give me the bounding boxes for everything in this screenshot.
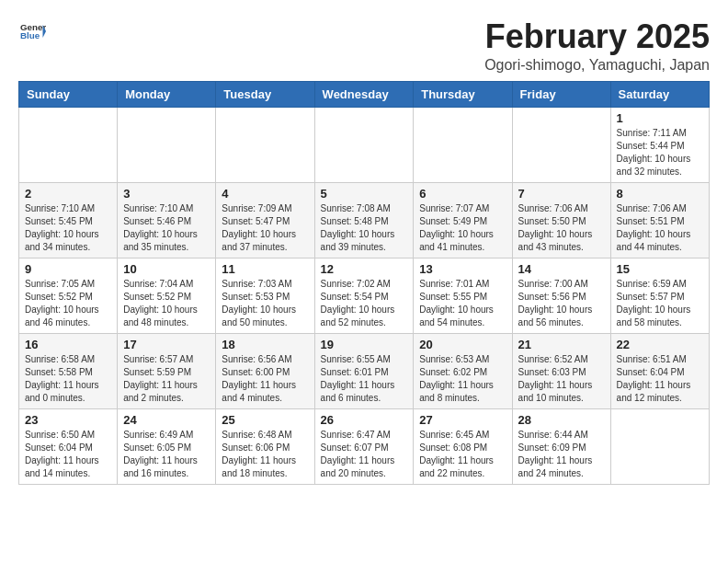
calendar-cell: 12Sunrise: 7:02 AM Sunset: 5:54 PM Dayli… <box>314 258 414 333</box>
calendar-cell: 22Sunrise: 6:51 AM Sunset: 6:04 PM Dayli… <box>610 333 709 408</box>
calendar-cell: 21Sunrise: 6:52 AM Sunset: 6:03 PM Dayli… <box>512 333 610 408</box>
day-info: Sunrise: 6:45 AM Sunset: 6:08 PM Dayligh… <box>419 429 506 480</box>
calendar-week-row: 16Sunrise: 6:58 AM Sunset: 5:58 PM Dayli… <box>19 333 710 408</box>
title-area: February 2025 Ogori-shimogo, Yamaguchi, … <box>484 18 710 74</box>
day-info: Sunrise: 6:59 AM Sunset: 5:57 PM Dayligh… <box>617 278 703 329</box>
logo-area: General Blue <box>18 18 46 48</box>
day-number: 16 <box>25 338 111 351</box>
logo-icon: General Blue <box>20 18 46 44</box>
calendar-cell <box>216 107 314 182</box>
day-info: Sunrise: 7:00 AM Sunset: 5:56 PM Dayligh… <box>518 278 605 329</box>
day-number: 11 <box>222 262 308 276</box>
weekday-header-thursday: Thursday <box>414 81 512 107</box>
day-info: Sunrise: 7:11 AM Sunset: 5:44 PM Dayligh… <box>617 127 703 178</box>
day-info: Sunrise: 6:50 AM Sunset: 6:04 PM Dayligh… <box>25 429 111 480</box>
logo: General Blue <box>18 18 46 48</box>
day-number: 21 <box>518 338 605 351</box>
weekday-header-tuesday: Tuesday <box>216 81 314 107</box>
day-info: Sunrise: 7:07 AM Sunset: 5:49 PM Dayligh… <box>419 202 506 254</box>
svg-text:Blue: Blue <box>20 30 40 40</box>
day-number: 18 <box>222 338 308 351</box>
weekday-header-monday: Monday <box>118 81 216 107</box>
day-info: Sunrise: 7:01 AM Sunset: 5:55 PM Dayligh… <box>419 278 506 329</box>
page-header: General Blue February 2025 Ogori-shimogo… <box>18 18 710 74</box>
day-number: 28 <box>518 413 605 427</box>
day-info: Sunrise: 6:47 AM Sunset: 6:07 PM Dayligh… <box>321 429 408 480</box>
calendar-cell: 27Sunrise: 6:45 AM Sunset: 6:08 PM Dayli… <box>414 408 512 484</box>
calendar-table: SundayMondayTuesdayWednesdayThursdayFrid… <box>18 81 710 485</box>
calendar-cell: 20Sunrise: 6:53 AM Sunset: 6:02 PM Dayli… <box>414 333 512 408</box>
day-number: 26 <box>321 413 408 427</box>
calendar-cell: 11Sunrise: 7:03 AM Sunset: 5:53 PM Dayli… <box>216 258 314 333</box>
calendar-cell: 4Sunrise: 7:09 AM Sunset: 5:47 PM Daylig… <box>216 182 314 258</box>
day-number: 24 <box>123 413 210 427</box>
calendar-cell: 8Sunrise: 7:06 AM Sunset: 5:51 PM Daylig… <box>610 182 709 258</box>
day-number: 3 <box>123 187 210 201</box>
calendar-cell: 6Sunrise: 7:07 AM Sunset: 5:49 PM Daylig… <box>414 182 512 258</box>
day-number: 8 <box>617 187 703 201</box>
weekday-header-sunday: Sunday <box>19 81 118 107</box>
calendar-cell <box>414 107 512 182</box>
calendar-cell: 19Sunrise: 6:55 AM Sunset: 6:01 PM Dayli… <box>314 333 414 408</box>
day-info: Sunrise: 6:49 AM Sunset: 6:05 PM Dayligh… <box>123 429 210 480</box>
day-info: Sunrise: 7:10 AM Sunset: 5:46 PM Dayligh… <box>123 202 210 254</box>
day-info: Sunrise: 6:48 AM Sunset: 6:06 PM Dayligh… <box>222 429 308 480</box>
day-info: Sunrise: 6:56 AM Sunset: 6:00 PM Dayligh… <box>222 353 308 405</box>
day-number: 12 <box>321 262 408 276</box>
day-number: 17 <box>123 338 210 351</box>
calendar-header-row: SundayMondayTuesdayWednesdayThursdayFrid… <box>19 81 710 107</box>
calendar-cell: 2Sunrise: 7:10 AM Sunset: 5:45 PM Daylig… <box>19 182 118 258</box>
day-number: 1 <box>617 111 703 125</box>
day-info: Sunrise: 7:10 AM Sunset: 5:45 PM Dayligh… <box>25 202 111 254</box>
calendar-cell: 24Sunrise: 6:49 AM Sunset: 6:05 PM Dayli… <box>118 408 216 484</box>
calendar-cell: 9Sunrise: 7:05 AM Sunset: 5:52 PM Daylig… <box>19 258 118 333</box>
day-info: Sunrise: 6:53 AM Sunset: 6:02 PM Dayligh… <box>419 353 506 405</box>
weekday-header-friday: Friday <box>512 81 610 107</box>
weekday-header-wednesday: Wednesday <box>314 81 414 107</box>
calendar-cell: 16Sunrise: 6:58 AM Sunset: 5:58 PM Dayli… <box>19 333 118 408</box>
day-info: Sunrise: 6:57 AM Sunset: 5:59 PM Dayligh… <box>123 353 210 405</box>
calendar-cell: 5Sunrise: 7:08 AM Sunset: 5:48 PM Daylig… <box>314 182 414 258</box>
calendar-cell: 7Sunrise: 7:06 AM Sunset: 5:50 PM Daylig… <box>512 182 610 258</box>
day-info: Sunrise: 7:05 AM Sunset: 5:52 PM Dayligh… <box>25 278 111 329</box>
calendar-cell <box>19 107 118 182</box>
day-number: 20 <box>419 338 506 351</box>
day-number: 15 <box>617 262 703 276</box>
calendar-cell: 17Sunrise: 6:57 AM Sunset: 5:59 PM Dayli… <box>118 333 216 408</box>
day-number: 19 <box>321 338 408 351</box>
calendar-cell: 13Sunrise: 7:01 AM Sunset: 5:55 PM Dayli… <box>414 258 512 333</box>
day-number: 27 <box>419 413 506 427</box>
weekday-header-saturday: Saturday <box>610 81 709 107</box>
calendar-cell: 1Sunrise: 7:11 AM Sunset: 5:44 PM Daylig… <box>610 107 709 182</box>
calendar-week-row: 2Sunrise: 7:10 AM Sunset: 5:45 PM Daylig… <box>19 182 710 258</box>
calendar-cell <box>610 408 709 484</box>
day-info: Sunrise: 7:06 AM Sunset: 5:51 PM Dayligh… <box>617 202 703 254</box>
day-info: Sunrise: 6:44 AM Sunset: 6:09 PM Dayligh… <box>518 429 605 480</box>
day-info: Sunrise: 7:02 AM Sunset: 5:54 PM Dayligh… <box>321 278 408 329</box>
month-title: February 2025 <box>484 18 710 55</box>
day-info: Sunrise: 7:08 AM Sunset: 5:48 PM Dayligh… <box>321 202 408 254</box>
day-number: 10 <box>123 262 210 276</box>
day-number: 22 <box>617 338 703 351</box>
calendar-cell: 10Sunrise: 7:04 AM Sunset: 5:52 PM Dayli… <box>118 258 216 333</box>
calendar-week-row: 1Sunrise: 7:11 AM Sunset: 5:44 PM Daylig… <box>19 107 710 182</box>
calendar-cell: 18Sunrise: 6:56 AM Sunset: 6:00 PM Dayli… <box>216 333 314 408</box>
calendar-cell <box>314 107 414 182</box>
calendar-cell <box>512 107 610 182</box>
day-info: Sunrise: 7:03 AM Sunset: 5:53 PM Dayligh… <box>222 278 308 329</box>
calendar-cell: 26Sunrise: 6:47 AM Sunset: 6:07 PM Dayli… <box>314 408 414 484</box>
calendar-cell: 14Sunrise: 7:00 AM Sunset: 5:56 PM Dayli… <box>512 258 610 333</box>
location-title: Ogori-shimogo, Yamaguchi, Japan <box>484 57 710 74</box>
calendar-cell: 15Sunrise: 6:59 AM Sunset: 5:57 PM Dayli… <box>610 258 709 333</box>
day-number: 6 <box>419 187 506 201</box>
day-info: Sunrise: 6:58 AM Sunset: 5:58 PM Dayligh… <box>25 353 111 405</box>
day-info: Sunrise: 6:51 AM Sunset: 6:04 PM Dayligh… <box>617 353 703 405</box>
day-number: 5 <box>321 187 408 201</box>
calendar-week-row: 23Sunrise: 6:50 AM Sunset: 6:04 PM Dayli… <box>19 408 710 484</box>
day-info: Sunrise: 7:04 AM Sunset: 5:52 PM Dayligh… <box>123 278 210 329</box>
day-info: Sunrise: 7:09 AM Sunset: 5:47 PM Dayligh… <box>222 202 308 254</box>
day-number: 2 <box>25 187 111 201</box>
day-number: 23 <box>25 413 111 427</box>
calendar-week-row: 9Sunrise: 7:05 AM Sunset: 5:52 PM Daylig… <box>19 258 710 333</box>
calendar-cell: 28Sunrise: 6:44 AM Sunset: 6:09 PM Dayli… <box>512 408 610 484</box>
